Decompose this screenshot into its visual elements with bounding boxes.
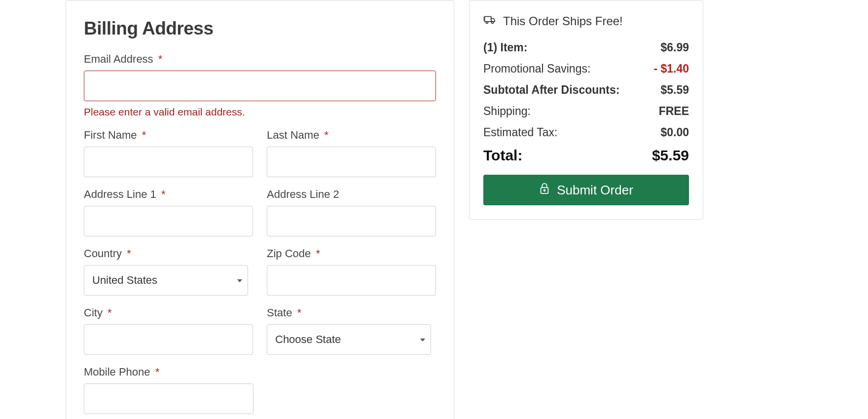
summary-items-label: (1) Item: bbox=[483, 41, 527, 54]
submit-order-button[interactable]: Submit Order bbox=[483, 175, 689, 205]
summary-total-value: $5.59 bbox=[652, 147, 689, 164]
mobile-field[interactable] bbox=[84, 383, 253, 414]
zip-field[interactable] bbox=[267, 265, 436, 296]
summary-subtotal-row: Subtotal After Discounts: $5.59 bbox=[483, 83, 689, 97]
submit-order-label: Submit Order bbox=[557, 183, 633, 198]
last-name-label: Last Name * bbox=[267, 129, 436, 142]
email-label-text: Email Address bbox=[84, 53, 153, 65]
summary-shipping-value: FREE bbox=[659, 105, 689, 118]
required-asterisk: * bbox=[127, 247, 131, 260]
first-name-field[interactable] bbox=[84, 147, 253, 177]
city-label-text: City bbox=[84, 306, 103, 319]
summary-shipping-label: Shipping: bbox=[483, 105, 531, 118]
summary-subtotal-label: Subtotal After Discounts: bbox=[483, 83, 619, 97]
summary-tax-value: $0.00 bbox=[660, 126, 689, 139]
summary-promo-label: Promotional Savings: bbox=[483, 62, 590, 76]
zip-label-text: Zip Code bbox=[267, 247, 311, 260]
email-error: Please enter a valid email address. bbox=[84, 106, 436, 118]
email-field[interactable] bbox=[84, 71, 436, 101]
truck-icon bbox=[483, 14, 496, 28]
country-label-text: Country bbox=[84, 247, 122, 260]
first-name-label-text: First Name bbox=[84, 129, 137, 141]
required-asterisk: * bbox=[325, 129, 329, 141]
summary-items-value: $6.99 bbox=[660, 41, 689, 54]
address2-label-text: Address Line 2 bbox=[267, 188, 339, 200]
summary-items-row: (1) Item: $6.99 bbox=[483, 41, 689, 54]
summary-tax-label: Estimated Tax: bbox=[483, 126, 557, 139]
first-name-label: First Name * bbox=[84, 129, 253, 142]
state-label: State * bbox=[267, 306, 436, 319]
zip-label: Zip Code * bbox=[267, 247, 436, 260]
order-summary-card: This Order Ships Free! (1) Item: $6.99 P… bbox=[469, 0, 703, 220]
city-field[interactable] bbox=[84, 324, 253, 355]
required-asterisk: * bbox=[108, 306, 112, 319]
required-asterisk: * bbox=[155, 366, 160, 378]
summary-promo-value: - $1.40 bbox=[653, 62, 689, 76]
summary-subtotal-value: $5.59 bbox=[660, 83, 689, 97]
ships-free-banner: This Order Ships Free! bbox=[483, 14, 689, 28]
country-select[interactable] bbox=[84, 265, 248, 296]
required-asterisk: * bbox=[297, 306, 302, 319]
required-asterisk: * bbox=[161, 188, 166, 200]
mobile-label-text: Mobile Phone bbox=[84, 366, 150, 378]
last-name-label-text: Last Name bbox=[267, 129, 319, 141]
address2-field[interactable] bbox=[267, 206, 436, 236]
mobile-label: Mobile Phone * bbox=[84, 366, 253, 379]
summary-promo-row: Promotional Savings: - $1.40 bbox=[483, 62, 689, 76]
billing-title: Billing Address bbox=[84, 18, 436, 39]
summary-shipping-row: Shipping: FREE bbox=[483, 105, 689, 118]
state-label-text: State bbox=[267, 306, 292, 319]
state-select[interactable] bbox=[267, 324, 431, 355]
summary-tax-row: Estimated Tax: $0.00 bbox=[483, 126, 689, 139]
email-label: Email Address * bbox=[84, 53, 436, 66]
city-label: City * bbox=[84, 306, 253, 319]
address1-field[interactable] bbox=[84, 206, 253, 236]
required-asterisk: * bbox=[158, 53, 163, 65]
svg-point-0 bbox=[486, 22, 488, 24]
lock-icon bbox=[539, 183, 550, 198]
address1-label-text: Address Line 1 bbox=[84, 188, 156, 200]
ships-free-text: This Order Ships Free! bbox=[503, 14, 623, 28]
summary-total-row: Total: $5.59 bbox=[483, 147, 689, 164]
billing-address-card: Billing Address Email Address * Please e… bbox=[66, 0, 454, 419]
required-asterisk: * bbox=[142, 129, 146, 141]
required-asterisk: * bbox=[316, 247, 320, 260]
country-label: Country * bbox=[84, 247, 253, 260]
summary-total-label: Total: bbox=[483, 147, 522, 164]
address2-label: Address Line 2 bbox=[267, 188, 436, 201]
svg-point-1 bbox=[492, 22, 494, 24]
address1-label: Address Line 1 * bbox=[84, 188, 253, 201]
last-name-field[interactable] bbox=[267, 147, 436, 177]
